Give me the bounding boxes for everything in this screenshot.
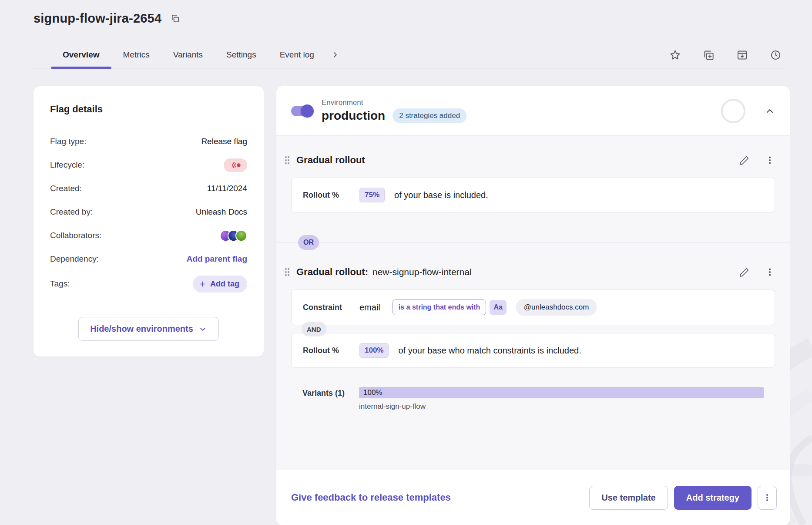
hide-show-environments-label: Hide/show environments xyxy=(90,324,193,334)
created-by-row: Created by: Unleash Docs xyxy=(50,200,247,224)
rollout-label: Rollout % xyxy=(303,346,359,355)
add-tag-label: Add tag xyxy=(210,279,239,289)
created-by-value: Unleash Docs xyxy=(196,207,247,217)
variant-name: internal-sign-up-flow xyxy=(359,402,764,411)
tab-event-log-label: Event log xyxy=(280,50,314,59)
lifecycle-label: Lifecycle: xyxy=(50,160,84,170)
constraint-field: email xyxy=(359,303,380,313)
variants-section: Variants (1) 100% internal-sign-up-flow xyxy=(276,387,790,411)
top-bar: signup-flow-jira-2654 xyxy=(0,0,812,26)
tags-row: Tags: Add tag xyxy=(50,271,247,297)
flag-type-row: Flag type: Release flag xyxy=(50,130,247,153)
release-templates-feedback-link[interactable]: Give feedback to release templates xyxy=(291,492,451,503)
kebab-menu-icon xyxy=(765,155,775,165)
page: signup-flow-jira-2654 Overview Metrics V… xyxy=(0,0,812,525)
strategy2-rollout-box: Rollout % 100% of your base who match co… xyxy=(291,333,775,368)
tab-overview-label: Overview xyxy=(63,50,100,59)
add-strategy-button[interactable]: Add strategy xyxy=(674,486,752,510)
collaborators-row: Collaborators: xyxy=(50,224,247,247)
collaborators-label: Collaborators: xyxy=(50,231,101,240)
environment-toggle[interactable] xyxy=(291,106,313,116)
created-label: Created: xyxy=(50,184,82,193)
drag-handle-icon[interactable] xyxy=(282,154,293,167)
tab-variants-label: Variants xyxy=(173,50,203,59)
strategy1-edit-button[interactable] xyxy=(738,153,752,167)
rollout-percent-chip: 100% xyxy=(359,343,389,358)
constraint-label: Constraint xyxy=(303,303,359,312)
star-icon xyxy=(669,49,681,61)
toggle-knob xyxy=(301,104,314,118)
archive-icon xyxy=(736,49,748,61)
avatar xyxy=(235,230,247,242)
drag-handle-icon[interactable] xyxy=(282,266,293,279)
edit-icon xyxy=(739,155,750,165)
tab-settings[interactable]: Settings xyxy=(215,43,268,68)
use-template-button[interactable]: Use template xyxy=(589,486,668,510)
tab-metrics[interactable]: Metrics xyxy=(111,43,161,68)
rollout-description: of your base is included. xyxy=(394,190,488,200)
lifecycle-stage-badge[interactable] xyxy=(224,158,247,172)
tab-variants[interactable]: Variants xyxy=(161,43,215,68)
flag-details-title: Flag details xyxy=(50,104,247,115)
environment-name: production xyxy=(322,109,385,123)
strategy2-header: Gradual rollout: new-signup-flow-interna… xyxy=(276,261,790,283)
variants-label: Variants (1) xyxy=(302,387,359,411)
constraint-box: Constraint email is a string that ends w… xyxy=(291,289,775,325)
tab-metrics-label: Metrics xyxy=(123,50,150,59)
rollout-label: Rollout % xyxy=(303,191,359,200)
chevron-up-icon xyxy=(765,106,775,116)
environment-label: Environment xyxy=(322,98,466,107)
created-value: 11/11/2024 xyxy=(207,184,247,193)
strategy1-title: Gradual rollout xyxy=(296,155,365,166)
environment-meta: Environment production 2 strategies adde… xyxy=(322,98,466,123)
strategy1-menu-button[interactable] xyxy=(763,153,777,167)
environment-card: Environment production 2 strategies adde… xyxy=(276,86,790,525)
collapse-environment-button[interactable] xyxy=(763,104,777,118)
strategy-list-menu-button[interactable] xyxy=(758,486,777,510)
add-tag-button[interactable]: Add tag xyxy=(193,276,247,293)
dependency-row: Dependency: Add parent flag xyxy=(50,247,247,271)
chevron-down-icon xyxy=(198,325,207,333)
tab-event-log[interactable]: Event log xyxy=(268,43,326,68)
environment-footer: Give feedback to release templates Use t… xyxy=(276,470,790,525)
archive-button[interactable] xyxy=(735,47,750,63)
divider-line xyxy=(276,242,790,243)
rollout-description: of your base who match constraints is in… xyxy=(398,346,581,356)
or-operator-badge: OR xyxy=(298,235,319,250)
tags-label: Tags: xyxy=(50,279,70,289)
strategy1-header: Gradual rollout xyxy=(276,149,790,172)
kebab-menu-icon xyxy=(762,493,772,502)
flag-action-icons xyxy=(668,47,783,64)
variant-percent: 100% xyxy=(363,388,382,397)
kebab-menu-icon xyxy=(765,267,775,277)
hide-show-environments-button[interactable]: Hide/show environments xyxy=(78,317,219,341)
environment-body: Gradual rollout xyxy=(276,135,790,470)
tab-bar: Overview Metrics Variants Settings Event… xyxy=(34,43,783,69)
copy-flag-name-button[interactable] xyxy=(168,12,182,25)
created-by-label: Created by: xyxy=(50,207,93,217)
copy-flag-button[interactable] xyxy=(701,47,716,63)
constraint-value-chip: @unleashdocs.com xyxy=(516,299,597,316)
constraint-and-separator: AND xyxy=(276,325,790,333)
flag-details-card: Flag details Flag type: Release flag Lif… xyxy=(34,86,264,357)
created-row: Created: 11/11/2024 xyxy=(50,177,247,200)
favorite-button[interactable] xyxy=(668,47,683,63)
strategy2-title: Gradual rollout: xyxy=(296,266,368,278)
strategy2-name: new-signup-flow-internal xyxy=(372,267,472,277)
strategies-count-badge: 2 strategies added xyxy=(393,108,466,123)
edit-icon xyxy=(739,267,750,277)
history-button[interactable] xyxy=(768,47,783,63)
add-parent-flag-link[interactable]: Add parent flag xyxy=(187,254,247,264)
strategy2-edit-button[interactable] xyxy=(738,265,752,279)
duplicate-add-icon xyxy=(703,49,715,61)
copy-icon xyxy=(170,13,180,24)
strategy2-menu-button[interactable] xyxy=(763,265,777,279)
flag-type-label: Flag type: xyxy=(50,137,86,146)
tabs-overflow-button[interactable] xyxy=(329,49,341,61)
lifecycle-completed-icon xyxy=(229,162,242,168)
tab-overview[interactable]: Overview xyxy=(51,43,111,68)
history-icon xyxy=(770,49,782,61)
tab-settings-label: Settings xyxy=(226,50,256,59)
page-title: signup-flow-jira-2654 xyxy=(34,11,161,26)
environment-metrics-circle xyxy=(721,99,745,123)
